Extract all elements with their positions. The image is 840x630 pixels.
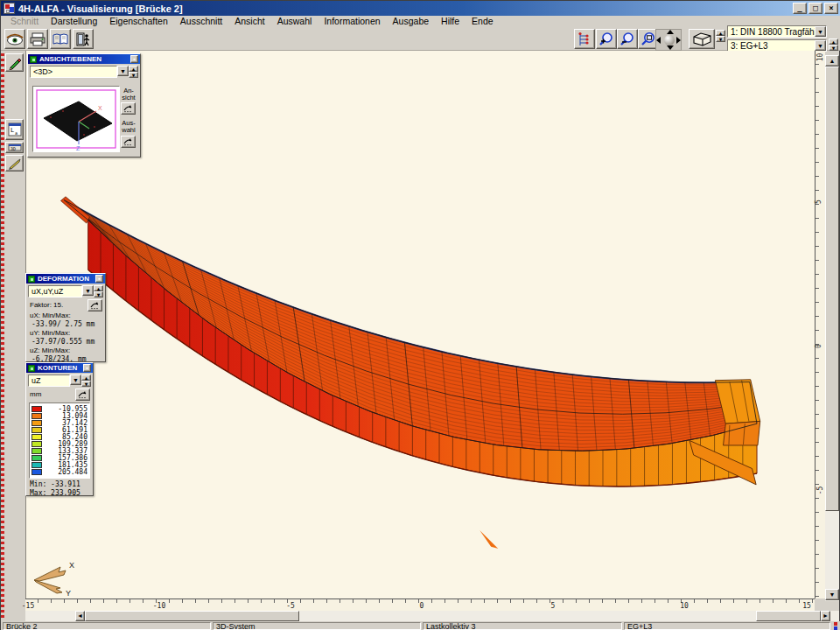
spin-down-icon[interactable]: ▼ xyxy=(716,36,725,42)
panel-close-icon[interactable]: ▪ xyxy=(95,275,103,283)
spin-up-icon[interactable]: ▲ xyxy=(129,66,138,72)
legend-min: Min: -33.911 xyxy=(26,480,93,489)
toolbar: ▲ ▼ 1: DIN 18800 Tragfähigkeit (Th ▼ 3: … xyxy=(1,27,840,51)
horizontal-scroll-thumb[interactable] xyxy=(85,611,299,621)
scroll-up-icon[interactable]: ▲ xyxy=(825,55,839,66)
horizontal-scrollbar[interactable]: ◄ ► xyxy=(25,611,839,621)
structure-tree-button[interactable] xyxy=(574,29,595,49)
pan-up-icon[interactable] xyxy=(667,30,674,34)
tool-pen-button[interactable] xyxy=(5,155,24,172)
horizontal-ruler: -15-10-5051015 xyxy=(25,598,815,611)
spin-up-icon[interactable]: ▲ xyxy=(716,30,725,36)
spin-up-icon[interactable]: ▲ xyxy=(829,38,838,45)
maximize-button[interactable]: □ xyxy=(808,3,822,14)
scroll-left-icon[interactable]: ◄ xyxy=(75,611,85,621)
scroll-right-icon[interactable]: ► xyxy=(821,611,830,621)
combination-spinner[interactable]: ▲ ▼ xyxy=(829,38,838,51)
menu-item-ansicht[interactable]: Ansicht xyxy=(228,16,270,27)
view-dropdown-icon[interactable]: ▼ xyxy=(117,66,129,76)
pan-control[interactable] xyxy=(655,29,682,51)
panel-close-icon[interactable]: ▪ xyxy=(83,364,91,372)
vertical-scroll-thumb[interactable] xyxy=(825,66,839,511)
horizontal-scroll-segment[interactable] xyxy=(756,611,821,621)
exit-door-button[interactable] xyxy=(73,29,94,49)
menu-item-eigenschaften[interactable]: Eigenschaften xyxy=(103,16,174,27)
load-case-dropdown-icon[interactable]: ▼ xyxy=(815,26,826,37)
h-ruler-label: -10 xyxy=(153,602,165,610)
manual-book-button[interactable] xyxy=(50,29,71,49)
auswahl-apply-button[interactable] xyxy=(121,136,136,148)
h-ruler-label: -15 xyxy=(22,602,34,610)
zoom-in-button[interactable] xyxy=(596,29,617,49)
application-window: 4H-ALFA - Visualisierung [Brücke 2] _ □ … xyxy=(0,0,840,630)
legend-max: Max: 233.905 xyxy=(26,489,93,498)
left-dock: La 3D xyxy=(1,51,25,620)
auswahl-label: Aus- wahl xyxy=(118,120,139,133)
unit-label: mm xyxy=(26,390,41,399)
panel-close-icon[interactable]: ▪ xyxy=(130,55,138,63)
load-case-combobox[interactable]: 1: DIN 18800 Tragfähigkeit (Th ▼ xyxy=(727,25,827,38)
pan-left-icon[interactable] xyxy=(656,37,661,44)
pan-down-icon[interactable] xyxy=(667,46,674,50)
spin-down-icon[interactable]: ▼ xyxy=(81,381,91,387)
spin-down-icon[interactable]: ▼ xyxy=(829,45,838,51)
view-box-button[interactable] xyxy=(689,29,715,49)
menu-item-ende[interactable]: Ende xyxy=(466,16,500,27)
zoom-out-button[interactable] xyxy=(617,29,638,49)
legend-color-swatch xyxy=(32,462,42,468)
unit-apply-button[interactable] xyxy=(75,388,90,401)
combination-dropdown-icon[interactable]: ▼ xyxy=(815,40,826,51)
panel-title: DEFORMATION xyxy=(38,275,93,283)
panel-title-bar[interactable]: ANSICHT/EBENEN ▪ xyxy=(28,54,140,64)
component-dropdown-icon[interactable]: ▼ xyxy=(70,374,81,385)
faktor-apply-button[interactable] xyxy=(88,299,102,312)
view-eye-button[interactable] xyxy=(4,29,25,49)
menu-item-informationen[interactable]: Informationen xyxy=(318,16,386,27)
edit-pen-button[interactable] xyxy=(5,53,24,72)
spin-up-icon[interactable]: ▲ xyxy=(94,285,103,291)
spin-down-icon[interactable]: ▼ xyxy=(94,291,103,298)
menu-item-ausschnitt[interactable]: Ausschnitt xyxy=(174,16,228,27)
close-button[interactable]: × xyxy=(824,3,838,14)
vertical-scrollbar[interactable]: ▲ ▼ xyxy=(825,55,839,601)
menu-item-auswahl[interactable]: Auswahl xyxy=(271,16,318,27)
legend-color-swatch xyxy=(32,455,42,461)
load-case-value: 1: DIN 18800 Tragfähigkeit (Th xyxy=(728,27,815,37)
dock-edge-strip xyxy=(1,51,4,620)
combination-value: 3: EG+L3 xyxy=(728,41,815,51)
pan-ball-icon[interactable] xyxy=(664,35,675,46)
legend-window-button[interactable]: La xyxy=(5,119,24,140)
h-ruler-label: 0 xyxy=(420,602,424,610)
view-combobox[interactable]: <3D> ▼ ▲▼ xyxy=(30,66,138,78)
combination-combobox[interactable]: 3: EG+L3 ▼ xyxy=(727,39,827,52)
mini-window-button[interactable]: 3D xyxy=(5,142,24,153)
spin-up-icon[interactable]: ▲ xyxy=(81,374,91,381)
scroll-down-icon[interactable]: ▼ xyxy=(825,589,839,600)
title-bar[interactable]: 4H-ALFA - Visualisierung [Brücke 2] _ □ … xyxy=(1,1,840,16)
deformation-component-combobox[interactable]: uX,uY,uZ ▼ ▲▼ xyxy=(28,285,103,298)
spin-down-icon[interactable]: ▼ xyxy=(129,72,138,78)
panel-title-bar[interactable]: DEFORMATION ▪ xyxy=(26,274,105,284)
minimize-button[interactable]: _ xyxy=(793,3,807,14)
menu-item-hilfe[interactable]: Hilfe xyxy=(435,16,466,27)
pan-right-icon[interactable] xyxy=(676,37,681,44)
menu-item-ausgabe[interactable]: Ausgabe xyxy=(387,16,435,27)
status-indicator-icon xyxy=(832,622,839,630)
component-value: uZ xyxy=(28,374,70,387)
konturen-component-combobox[interactable]: uZ ▼ ▲▼ xyxy=(28,374,91,387)
window-title: 4H-ALFA - Visualisierung [Brücke 2] xyxy=(18,4,183,14)
compass-y-label: Y xyxy=(66,589,71,598)
view-box-spinner[interactable]: ▲ ▼ xyxy=(716,30,725,42)
compass-x-label: X xyxy=(69,561,74,570)
menu-item-darstellung[interactable]: Darstellung xyxy=(45,16,103,27)
panel-title-bar[interactable]: KONTUREN ▪ xyxy=(26,363,93,373)
contour-legend: -10.95513.09437.14261.19185.240109.28913… xyxy=(29,402,90,479)
component-dropdown-icon[interactable]: ▼ xyxy=(82,285,94,296)
v-ruler-label: 10 xyxy=(816,53,824,62)
legend-color-swatch xyxy=(32,441,42,447)
drawing-canvas[interactable] xyxy=(25,51,815,598)
print-button[interactable] xyxy=(27,29,48,49)
ansicht-apply-button[interactable] xyxy=(121,102,136,115)
app-icon xyxy=(4,3,15,14)
view-preview[interactable]: X Z xyxy=(32,86,120,152)
